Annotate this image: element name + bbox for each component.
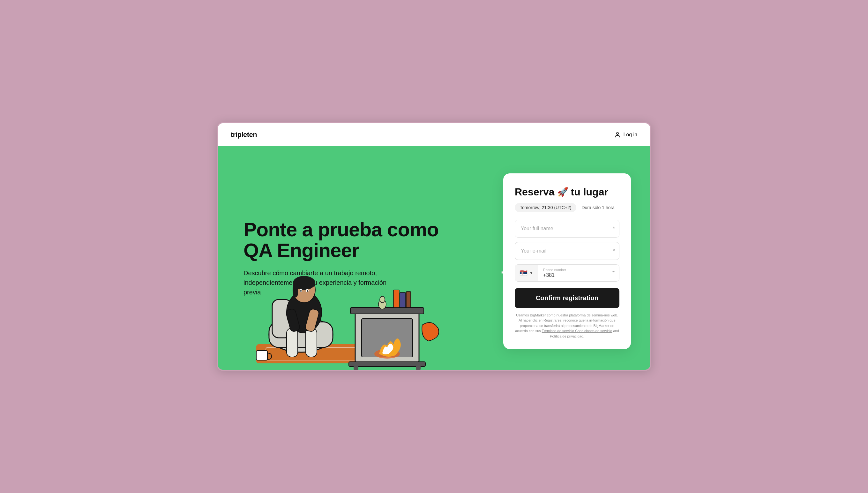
- name-field-group: *: [515, 220, 619, 238]
- email-field-group: *: [515, 242, 619, 260]
- phone-code-value: +381: [543, 272, 606, 278]
- legal-text: Usamos BigMarker como nuestra plataforma…: [515, 313, 619, 339]
- svg-rect-19: [355, 309, 419, 363]
- event-meta: Tomorrow, 21:30 (UTC+2) Dura sólo 1 hora: [515, 203, 619, 212]
- login-button[interactable]: Log in: [614, 132, 637, 138]
- email-input[interactable]: [515, 242, 619, 260]
- phone-field-group: 🇷🇸 ▼ Phone number +381 *: [515, 264, 619, 282]
- event-duration: Dura sólo 1 hora: [581, 205, 615, 210]
- user-icon: [614, 132, 621, 138]
- svg-rect-28: [349, 362, 425, 367]
- svg-point-0: [617, 132, 619, 134]
- email-input-wrapper: *: [515, 242, 619, 260]
- name-input[interactable]: [515, 220, 619, 238]
- phone-input-wrapper: 🇷🇸 ▼ Phone number +381 *: [515, 264, 619, 282]
- svg-rect-20: [361, 319, 413, 357]
- name-input-wrapper: *: [515, 220, 619, 238]
- svg-rect-4: [269, 322, 333, 347]
- phone-country-selector[interactable]: 🇷🇸 ▼: [515, 265, 538, 281]
- svg-rect-30: [416, 366, 421, 370]
- hero-subtitle: Descubre cómo cambiarte a un trabajo rem…: [244, 268, 403, 297]
- serbia-flag: 🇷🇸: [519, 269, 528, 277]
- phone-label: Phone number: [543, 268, 606, 272]
- main-section: Ponte a prueba como QA Engineer Descubre…: [218, 146, 650, 370]
- event-time-badge: Tomorrow, 21:30 (UTC+2): [515, 203, 576, 212]
- confirm-registration-button[interactable]: Confirm registration: [515, 288, 619, 308]
- page-frame: tripleten Log in Ponte a prueba como QA …: [217, 122, 651, 371]
- svg-rect-1: [256, 344, 409, 363]
- svg-rect-2: [266, 347, 400, 360]
- svg-point-21: [374, 349, 400, 359]
- registration-form-card: Reserva 🚀 tu lugar Tomorrow, 21:30 (UTC+…: [503, 173, 631, 349]
- hero-section: Ponte a prueba como QA Engineer Descubre…: [244, 219, 441, 316]
- form-title: Reserva 🚀 tu lugar: [515, 186, 619, 198]
- logo: tripleten: [231, 131, 257, 139]
- hero-title: Ponte a prueba como QA Engineer: [244, 219, 441, 260]
- rocket-icon: 🚀: [557, 187, 569, 197]
- svg-point-3: [269, 317, 333, 352]
- privacy-link[interactable]: Política de privacidad: [550, 334, 583, 338]
- svg-rect-18: [256, 350, 267, 360]
- phone-number-display: Phone number +381 *: [538, 265, 619, 281]
- svg-rect-14: [287, 328, 298, 357]
- chevron-down-icon: ▼: [529, 271, 533, 275]
- terms-link[interactable]: Términos de servicio Condiciones de serv…: [542, 329, 613, 333]
- svg-rect-29: [354, 366, 358, 370]
- header: tripleten Log in: [218, 123, 650, 146]
- svg-rect-15: [306, 328, 317, 357]
- phone-required-asterisk: *: [613, 270, 615, 276]
